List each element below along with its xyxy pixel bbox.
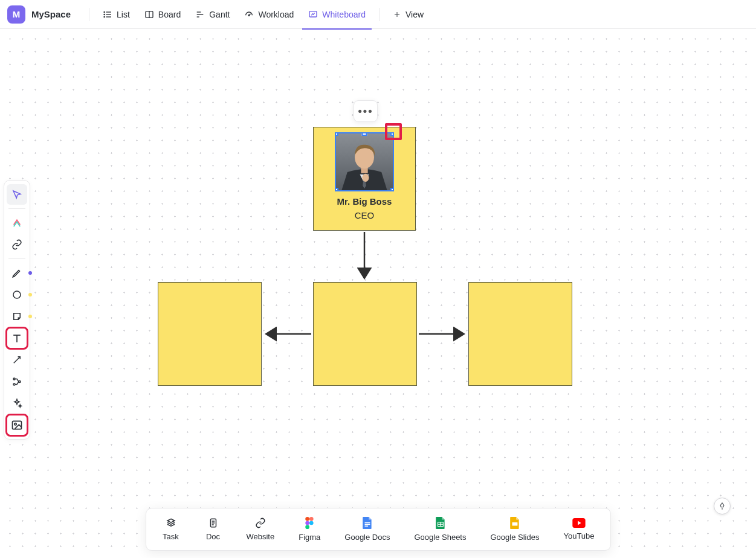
insert-gsheets-label: Google Sheets (414, 533, 466, 542)
tool-pen[interactable] (7, 263, 27, 283)
toolbar-separator (8, 258, 25, 259)
insert-google-slides[interactable]: Google Slides (478, 515, 551, 544)
sticky-color-indicator (28, 315, 32, 318)
svg-point-36 (306, 517, 310, 521)
selection-handle-bl[interactable] (335, 188, 338, 191)
svg-point-38 (306, 521, 310, 525)
selection-handle-br[interactable] (390, 188, 394, 191)
nav-list[interactable]: List (97, 0, 136, 29)
selection-handle-tc[interactable] (362, 132, 367, 136)
insert-task-label: Task (163, 532, 179, 541)
insert-task[interactable]: Task (149, 515, 192, 544)
figma-icon (305, 517, 314, 529)
svg-rect-43 (364, 525, 368, 526)
nav-gantt-label: Gantt (209, 10, 230, 19)
whiteboard-canvas[interactable]: ••• (0, 29, 756, 558)
nav-board[interactable]: Board (138, 0, 187, 29)
avatar-image (336, 133, 393, 190)
svg-line-12 (249, 13, 251, 15)
insert-figma-label: Figma (299, 533, 320, 542)
insert-google-sheets[interactable]: Google Sheets (402, 515, 478, 544)
pin-toolbar-button[interactable] (714, 498, 731, 515)
tool-relationship[interactable] (7, 371, 27, 392)
org-node-role: CEO (355, 210, 375, 220)
highlight-marker (385, 123, 402, 140)
nav-divider-2 (379, 8, 380, 21)
org-node-child-1[interactable] (158, 282, 262, 386)
tool-connector[interactable] (7, 350, 27, 370)
workload-icon (244, 10, 254, 19)
tool-sticky[interactable] (7, 306, 27, 327)
insert-google-docs[interactable]: Google Docs (332, 515, 402, 544)
drawing-toolbar (4, 180, 30, 440)
org-node-child-2[interactable] (313, 282, 417, 386)
tool-text[interactable] (7, 328, 27, 348)
website-icon (255, 518, 266, 528)
space-name[interactable]: MySpace (31, 9, 71, 19)
svg-point-20 (13, 378, 15, 380)
insert-youtube[interactable]: YouTube (551, 516, 606, 543)
nav-workload-label: Workload (258, 10, 294, 19)
svg-point-3 (104, 11, 105, 12)
nav-list-label: List (117, 10, 130, 19)
selection-handle-tl[interactable] (335, 132, 338, 136)
tool-clickup[interactable] (7, 213, 27, 233)
tool-link[interactable] (7, 234, 27, 255)
nav-divider (89, 8, 89, 21)
svg-point-5 (104, 16, 105, 17)
insert-doc[interactable]: Doc (192, 515, 234, 544)
svg-point-37 (309, 517, 314, 521)
svg-line-19 (14, 357, 21, 364)
nav-whiteboard[interactable]: Whiteboard (302, 0, 372, 29)
nav-add-view[interactable]: View (387, 0, 430, 29)
insert-website[interactable]: Website (234, 515, 286, 544)
board-icon (144, 10, 154, 19)
doc-icon (207, 518, 218, 528)
top-navigation: M MySpace List Board Gantt Workload Whit… (0, 0, 756, 29)
insert-gslides-label: Google Slides (490, 533, 539, 542)
org-node-child-3[interactable] (468, 282, 572, 386)
space-badge[interactable]: M (7, 5, 25, 24)
tool-ai[interactable] (7, 393, 27, 414)
nav-gantt[interactable]: Gantt (189, 0, 236, 29)
avatar-selection-frame[interactable] (335, 132, 394, 191)
insert-gdocs-label: Google Docs (344, 533, 390, 542)
svg-point-28 (362, 174, 369, 182)
nav-board-label: Board (158, 10, 181, 19)
more-menu-button[interactable]: ••• (354, 100, 378, 122)
nav-whiteboard-label: Whiteboard (322, 10, 366, 19)
google-sheets-icon (435, 517, 445, 529)
whiteboard-icon (308, 10, 318, 19)
shape-color-indicator (28, 293, 32, 297)
insert-youtube-label: YouTube (563, 531, 594, 540)
svg-point-40 (306, 525, 310, 529)
tool-shape[interactable] (7, 284, 27, 305)
svg-point-21 (13, 383, 15, 385)
gantt-icon (195, 10, 205, 19)
svg-rect-47 (512, 522, 518, 526)
plus-icon (393, 10, 401, 19)
svg-point-16 (13, 291, 21, 298)
nav-workload[interactable]: Workload (238, 0, 300, 29)
insert-doc-label: Doc (206, 532, 220, 541)
list-icon (103, 10, 112, 19)
svg-point-39 (309, 521, 314, 525)
insert-website-label: Website (246, 532, 274, 541)
tool-image[interactable] (7, 415, 27, 435)
org-node-ceo[interactable]: Mr. Big Boss CEO (313, 127, 416, 231)
google-docs-icon (363, 517, 372, 529)
ellipsis-icon: ••• (358, 105, 373, 118)
svg-rect-42 (364, 524, 370, 525)
pen-color-indicator (28, 271, 32, 275)
org-node-name: Mr. Big Boss (337, 196, 392, 207)
tool-select[interactable] (7, 184, 27, 205)
toolbar-separator (8, 208, 25, 209)
task-icon (165, 518, 176, 528)
svg-point-24 (15, 423, 16, 425)
svg-rect-41 (364, 522, 370, 523)
insert-figma[interactable]: Figma (286, 515, 332, 544)
svg-point-4 (104, 14, 105, 14)
nav-add-view-label: View (405, 10, 424, 19)
insert-toolbar: Task Doc Website Figma Google Docs (145, 508, 610, 551)
google-slides-icon (510, 517, 520, 529)
